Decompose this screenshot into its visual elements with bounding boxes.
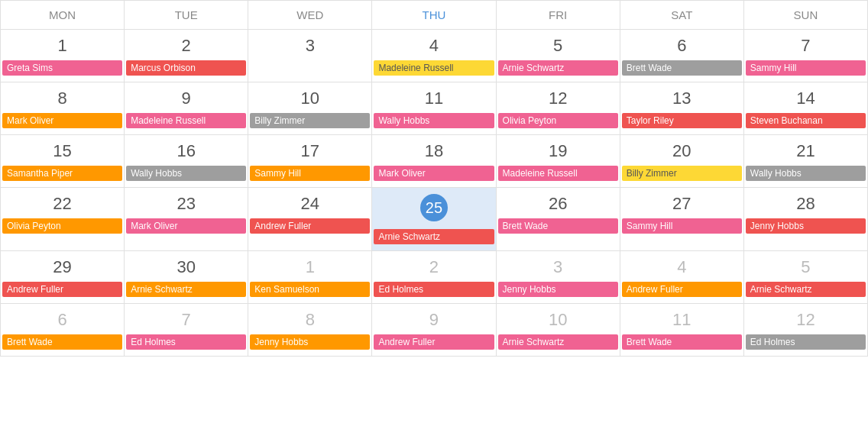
- event-bar[interactable]: Arnie Schwartz: [374, 229, 494, 244]
- event-bar[interactable]: Arnie Schwartz: [498, 60, 618, 76]
- day-number: 6: [2, 304, 122, 333]
- event-bar[interactable]: Ken Samuelson: [250, 282, 370, 297]
- event-bar[interactable]: Greta Sims: [2, 60, 122, 76]
- day-number: 8: [250, 304, 370, 333]
- calendar-cell[interactable]: 15Samantha Piper: [1, 135, 125, 188]
- event-bar[interactable]: Sammy Hill: [622, 218, 742, 234]
- event-bar[interactable]: Steven Buchanan: [746, 113, 866, 128]
- calendar-cell[interactable]: 12Olivia Peyton: [496, 82, 620, 135]
- calendar-cell[interactable]: 10Billy Zimmer: [248, 82, 372, 135]
- calendar-cell[interactable]: 4Andrew Fuller: [620, 251, 743, 304]
- calendar-cell[interactable]: 11Wally Hobbs: [372, 82, 496, 135]
- calendar-cell[interactable]: 8Jenny Hobbs: [248, 304, 372, 357]
- calendar-cell[interactable]: 1Greta Sims: [1, 30, 125, 82]
- day-number: 7: [126, 304, 246, 333]
- calendar-cell[interactable]: 9Madeleine Russell: [125, 82, 248, 135]
- calendar-cell[interactable]: 14Steven Buchanan: [743, 82, 867, 135]
- calendar-table: MONTUEWEDTHUFRISATSUN 1Greta Sims2Marcus…: [0, 0, 868, 357]
- calendar-cell[interactable]: 25Arnie Schwartz: [372, 188, 496, 251]
- event-bar[interactable]: Madeleine Russell: [126, 113, 246, 128]
- calendar-cell[interactable]: 6Brett Wade: [1, 304, 125, 357]
- day-header-wed: WED: [248, 1, 372, 30]
- event-bar[interactable]: Olivia Peyton: [498, 113, 618, 128]
- event-bar[interactable]: Brett Wade: [622, 60, 742, 76]
- event-bar[interactable]: Arnie Schwartz: [498, 334, 618, 350]
- day-number: 9: [374, 304, 494, 333]
- day-number: 26: [498, 188, 618, 217]
- calendar-cell[interactable]: 17Sammy Hill: [248, 135, 372, 188]
- calendar-cell[interactable]: 5Arnie Schwartz: [496, 30, 620, 82]
- calendar-cell[interactable]: 28Jenny Hobbs: [743, 188, 867, 251]
- calendar-cell[interactable]: 10Arnie Schwartz: [496, 304, 620, 357]
- event-bar[interactable]: Arnie Schwartz: [746, 282, 866, 297]
- calendar-cell[interactable]: 7Sammy Hill: [743, 30, 867, 82]
- calendar-cell[interactable]: 12Ed Holmes: [743, 304, 867, 357]
- event-bar[interactable]: Ed Holmes: [126, 334, 246, 350]
- event-bar[interactable]: Billy Zimmer: [250, 113, 370, 128]
- event-bar[interactable]: Madeleine Russell: [374, 60, 494, 76]
- calendar-cell[interactable]: 21Wally Hobbs: [743, 135, 867, 188]
- day-number: 10: [250, 82, 370, 111]
- calendar-cell[interactable]: 16Wally Hobbs: [125, 135, 248, 188]
- calendar-cell[interactable]: 13Taylor Riley: [620, 82, 743, 135]
- event-bar[interactable]: Andrew Fuller: [374, 334, 494, 350]
- calendar-cell[interactable]: 2Marcus Orbison: [125, 30, 248, 82]
- calendar-cell[interactable]: 18Mark Oliver: [372, 135, 496, 188]
- calendar-cell[interactable]: 4Madeleine Russell: [372, 30, 496, 82]
- event-bar[interactable]: Andrew Fuller: [2, 282, 122, 297]
- calendar-cell[interactable]: 29Andrew Fuller: [1, 251, 125, 304]
- event-bar[interactable]: Taylor Riley: [622, 113, 742, 128]
- event-bar[interactable]: Marcus Orbison: [126, 60, 246, 76]
- calendar-cell[interactable]: 2Ed Holmes: [372, 251, 496, 304]
- day-number: 17: [250, 135, 370, 164]
- day-number: 22: [2, 188, 122, 217]
- day-number: 18: [374, 135, 494, 164]
- event-bar[interactable]: Mark Oliver: [374, 166, 494, 181]
- day-number: 15: [2, 135, 122, 164]
- day-number: 16: [126, 135, 246, 164]
- event-bar[interactable]: Samantha Piper: [2, 166, 122, 181]
- calendar-cell[interactable]: 19Madeleine Russell: [496, 135, 620, 188]
- event-bar[interactable]: Billy Zimmer: [622, 166, 742, 181]
- calendar-cell[interactable]: 20Billy Zimmer: [620, 135, 743, 188]
- event-bar[interactable]: Andrew Fuller: [250, 218, 370, 234]
- event-bar[interactable]: Mark Oliver: [2, 113, 122, 128]
- event-bar[interactable]: Wally Hobbs: [374, 113, 494, 128]
- event-bar[interactable]: Brett Wade: [498, 218, 618, 234]
- calendar-cell[interactable]: 23Mark Oliver: [125, 188, 248, 251]
- event-bar[interactable]: Sammy Hill: [746, 60, 866, 76]
- event-bar[interactable]: Andrew Fuller: [622, 282, 742, 297]
- day-number: 3: [250, 30, 370, 59]
- event-bar[interactable]: Mark Oliver: [126, 218, 246, 234]
- calendar-cell[interactable]: 6Brett Wade: [620, 30, 743, 82]
- event-bar[interactable]: Wally Hobbs: [746, 166, 866, 181]
- calendar-cell[interactable]: 11Brett Wade: [620, 304, 743, 357]
- day-number: 28: [746, 188, 866, 217]
- event-bar[interactable]: Jenny Hobbs: [746, 218, 866, 234]
- calendar-cell[interactable]: 3Jenny Hobbs: [496, 251, 620, 304]
- calendar-cell[interactable]: 27Sammy Hill: [620, 188, 743, 251]
- event-bar[interactable]: Arnie Schwartz: [126, 282, 246, 297]
- calendar-cell[interactable]: 30Arnie Schwartz: [125, 251, 248, 304]
- calendar-cell[interactable]: 7Ed Holmes: [125, 304, 248, 357]
- calendar-cell[interactable]: 3: [248, 30, 372, 82]
- calendar-cell[interactable]: 24Andrew Fuller: [248, 188, 372, 251]
- event-bar[interactable]: Brett Wade: [2, 334, 122, 350]
- event-bar[interactable]: Olivia Peyton: [2, 218, 122, 234]
- event-bar[interactable]: Sammy Hill: [250, 166, 370, 181]
- calendar-cell[interactable]: 1Ken Samuelson: [248, 251, 372, 304]
- calendar-cell[interactable]: 22Olivia Peyton: [1, 188, 125, 251]
- event-bar[interactable]: Brett Wade: [622, 334, 742, 350]
- calendar-cell[interactable]: 26Brett Wade: [496, 188, 620, 251]
- calendar-cell[interactable]: 5Arnie Schwartz: [743, 251, 867, 304]
- event-bar[interactable]: Ed Holmes: [746, 334, 866, 350]
- event-bar[interactable]: Jenny Hobbs: [498, 282, 618, 297]
- event-bar[interactable]: Wally Hobbs: [126, 166, 246, 181]
- day-number: 7: [746, 30, 866, 59]
- event-bar[interactable]: Ed Holmes: [374, 282, 494, 297]
- event-bar[interactable]: Jenny Hobbs: [250, 334, 370, 350]
- event-bar[interactable]: Madeleine Russell: [498, 166, 618, 181]
- calendar-cell[interactable]: 8Mark Oliver: [1, 82, 125, 135]
- calendar-cell[interactable]: 9Andrew Fuller: [372, 304, 496, 357]
- day-number: 20: [622, 135, 742, 164]
